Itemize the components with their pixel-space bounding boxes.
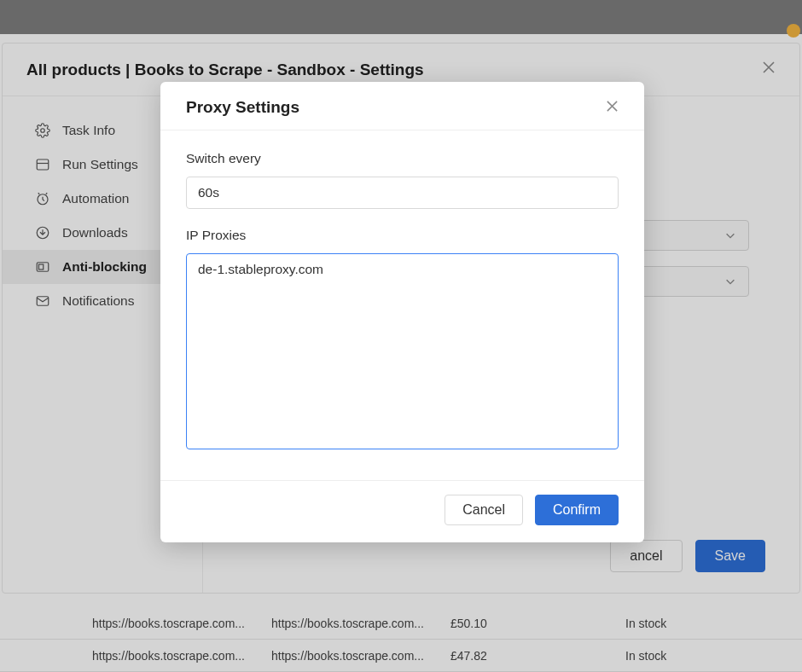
modal-title: Proxy Settings bbox=[186, 98, 299, 117]
ip-proxies-label: IP Proxies bbox=[186, 228, 619, 243]
switch-every-label: Switch every bbox=[186, 151, 619, 166]
ip-proxies-textarea[interactable] bbox=[186, 253, 619, 449]
switch-every-input[interactable] bbox=[186, 177, 619, 209]
proxy-settings-modal: Proxy Settings Switch every IP Proxies C… bbox=[160, 82, 644, 542]
modal-close-icon[interactable] bbox=[606, 99, 619, 117]
modal-confirm-button[interactable]: Confirm bbox=[535, 495, 619, 525]
modal-cancel-button[interactable]: Cancel bbox=[445, 495, 523, 525]
